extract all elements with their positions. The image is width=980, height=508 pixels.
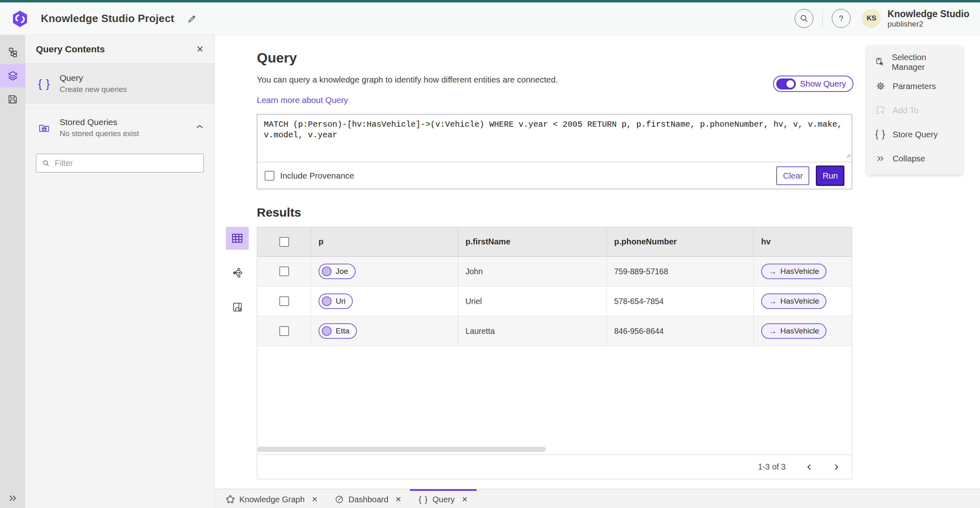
chevron-left-icon — [805, 463, 813, 471]
node-badge[interactable]: Uri — [318, 293, 353, 309]
edge-badge[interactable]: → HasVehicle — [761, 323, 826, 339]
edge-badge[interactable]: → HasVehicle — [761, 264, 826, 279]
help-icon — [837, 14, 846, 23]
menu-item-add-to[interactable]: Add To — [867, 98, 962, 122]
pagination-next-button[interactable] — [832, 463, 840, 471]
double-chevron-right-icon — [875, 155, 886, 162]
arrow-right-icon: → — [768, 267, 777, 275]
menu-item-label: Collapse — [893, 154, 925, 163]
add-to-icon — [875, 105, 886, 115]
filter-input[interactable] — [55, 159, 198, 168]
edit-title-button[interactable] — [187, 13, 197, 24]
row-checkbox[interactable] — [279, 296, 289, 306]
node-badge[interactable]: Etta — [318, 323, 357, 339]
include-provenance-checkbox[interactable] — [265, 171, 274, 181]
pencil-icon — [187, 13, 197, 24]
hierarchy-icon — [7, 47, 18, 58]
tab-knowledge-graph[interactable]: Knowledge Graph ✕ — [217, 489, 326, 508]
tab-dashboard[interactable]: Dashboard ✕ — [326, 489, 410, 508]
braces-icon: { } — [875, 129, 886, 140]
clear-button[interactable]: Clear — [776, 166, 809, 185]
show-query-toggle[interactable]: Show Query — [773, 76, 853, 92]
cell-phone: 846-956-8644 — [614, 327, 664, 336]
chevron-up-icon[interactable] — [196, 124, 204, 131]
select-all-checkbox[interactable] — [279, 237, 289, 247]
panel-item-query[interactable]: { } Query Create new queries — [25, 64, 214, 104]
close-icon[interactable]: ✕ — [461, 496, 468, 503]
knowledge-graph-icon — [226, 495, 235, 504]
menu-item-label: Parameters — [893, 81, 936, 91]
panel-close-icon[interactable]: ✕ — [196, 45, 204, 54]
menu-item-store-query[interactable]: { } Store Query — [867, 122, 962, 146]
include-provenance-label: Include Provenance — [280, 171, 354, 181]
cell-firstname: John — [466, 267, 483, 276]
cell-phone: 578-654-7854 — [614, 297, 664, 306]
node-dot-icon — [322, 326, 332, 336]
learn-more-link[interactable]: Learn more about Query — [257, 95, 348, 105]
query-contents-panel: Query Contents ✕ { } Query Create new qu… — [25, 35, 215, 508]
panel-title: Query Contents — [36, 44, 105, 55]
user-role: publisher2 — [887, 20, 969, 28]
double-chevron-right-icon — [8, 494, 18, 502]
toggle-track — [776, 78, 796, 90]
rail-expand-button[interactable] — [0, 494, 25, 502]
folder-icon — [36, 122, 52, 133]
row-checkbox[interactable] — [279, 326, 289, 336]
edge-badge[interactable]: → HasVehicle — [761, 293, 826, 309]
gear-icon — [875, 81, 886, 91]
tab-label: Dashboard — [348, 495, 388, 504]
tab-query[interactable]: { } Query ✕ — [410, 489, 476, 508]
menu-item-parameters[interactable]: Parameters — [867, 74, 962, 98]
left-icon-rail — [0, 35, 25, 508]
map-view-button[interactable] — [226, 295, 249, 318]
bottom-tabbar: Knowledge Graph ✕ Dashboard ✕ { } Query … — [215, 489, 980, 508]
close-icon[interactable]: ✕ — [312, 496, 318, 503]
query-textarea[interactable]: MATCH (p:Person)-[hv:HasVehicle]->(v:Veh… — [257, 114, 852, 162]
column-header: p — [311, 227, 458, 256]
results-table: p p.firstName p.phoneNumber hv Joe — [257, 227, 852, 479]
column-header: p.phoneNumber — [607, 227, 754, 256]
menu-item-label: Store Query — [893, 130, 938, 139]
menu-item-selection-manager[interactable]: Selection Manager — [867, 50, 962, 74]
avatar[interactable]: KS — [862, 9, 881, 28]
rail-save-button[interactable] — [0, 87, 25, 111]
results-title: Results — [257, 206, 980, 219]
tab-label: Query — [432, 495, 454, 504]
close-icon[interactable]: ✕ — [395, 496, 401, 503]
column-header: hv — [754, 227, 852, 256]
cell-phone: 759-889-57168 — [614, 267, 668, 276]
graph-view-button[interactable] — [226, 261, 249, 284]
horizontal-scrollbar-thumb[interactable] — [257, 447, 546, 452]
panel-item-description: No stored queries exist — [60, 129, 139, 138]
rail-schema-button[interactable] — [0, 40, 25, 64]
topbar: Knowledge Studio Project KS Knowledge St… — [0, 2, 980, 35]
resize-handle-icon[interactable] — [845, 150, 851, 161]
rail-layers-button[interactable] — [0, 64, 25, 87]
row-checkbox[interactable] — [279, 266, 289, 276]
node-badge[interactable]: Joe — [318, 264, 356, 279]
menu-item-label: Add To — [893, 105, 918, 115]
graph-icon — [232, 267, 243, 278]
filter-field — [36, 154, 204, 172]
help-button[interactable] — [832, 9, 851, 28]
cell-firstname: Uriel — [466, 297, 482, 306]
panel-divider — [25, 104, 214, 108]
search-button[interactable] — [795, 9, 813, 28]
panel-item-label: Stored Queries — [60, 117, 139, 127]
user-name: Knowledge Studio — [887, 9, 969, 20]
run-button[interactable]: Run — [816, 166, 844, 186]
table-view-button[interactable] — [226, 227, 249, 250]
main-area: Query You can query a knowledge graph to… — [215, 35, 980, 508]
tab-label: Knowledge Graph — [239, 495, 305, 504]
layers-icon — [7, 70, 18, 81]
column-header: p.firstName — [458, 227, 607, 256]
table-row: Etta Lauretta 846-956-8644 → HasVehicle — [257, 316, 852, 346]
results-view-switcher — [226, 227, 257, 479]
search-icon — [42, 159, 50, 167]
menu-item-collapse[interactable]: Collapse — [867, 146, 962, 170]
query-editor-card: MATCH (p:Person)-[hv:HasVehicle]->(v:Veh… — [257, 114, 852, 189]
panel-item-stored-queries[interactable]: Stored Queries No stored queries exist — [25, 108, 214, 147]
topbar-divider — [822, 9, 823, 27]
page-title: Knowledge Studio Project — [41, 12, 174, 25]
pagination-prev-button[interactable] — [805, 463, 813, 471]
